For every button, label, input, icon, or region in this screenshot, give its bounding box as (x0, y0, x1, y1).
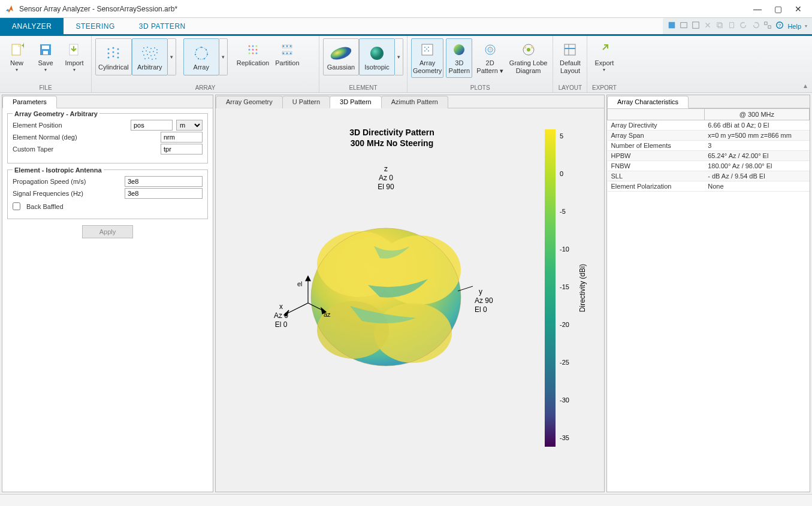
svg-point-17 (113, 47, 114, 49)
cylindrical-icon (102, 43, 124, 63)
3dpat-icon (452, 41, 466, 58)
custom-taper-input[interactable] (161, 144, 203, 154)
table-row: Array Directivity6.66 dBi at 0 Az; 0 El (608, 120, 810, 131)
element-gallery-dropdown[interactable]: ▾ (395, 38, 403, 75)
svg-rect-70 (422, 44, 433, 55)
element-group: Element - Isotropic Antenna Propagation … (7, 169, 208, 219)
app-icon (5, 4, 14, 14)
help-dropdown-icon[interactable]: ▾ (805, 23, 807, 29)
ribbon-collapse-icon[interactable]: ▴ (804, 81, 807, 90)
plot-panel: Array Geometry U Pattern 3D Pattern Azim… (215, 95, 605, 492)
svg-text:az: az (324, 311, 331, 318)
table-row: Number of Elements3 (608, 141, 810, 151)
svg-point-25 (143, 47, 144, 49)
gaussian-element-button[interactable]: Gaussian (323, 38, 359, 75)
svg-point-26 (147, 47, 148, 48)
element-normal-input[interactable] (161, 132, 203, 143)
cylindrical-array-button[interactable]: Cylindrical (95, 38, 132, 75)
svg-point-59 (255, 53, 257, 54)
ribbon-group-export: Export EXPORT (587, 36, 621, 92)
svg-text:-20: -20 (560, 321, 569, 328)
grating-lobe-button[interactable]: Grating LobeDiagram (508, 38, 550, 78)
arbitrary-array-button[interactable]: Arbitrary (132, 38, 168, 75)
svg-point-20 (113, 51, 114, 53)
colorbar (545, 129, 556, 447)
ribbon-toolbar: ✦ New Save Import FILE (0, 36, 812, 93)
qat-redo-icon[interactable] (751, 21, 760, 31)
tab-analyzer[interactable]: ANALYZER (0, 18, 64, 34)
svg-point-42 (155, 58, 156, 59)
svg-text:✦: ✦ (20, 43, 24, 50)
svg-rect-5 (730, 23, 734, 28)
custom-taper-label: Custom Taper (13, 146, 157, 153)
help-icon[interactable]: ? (775, 21, 784, 31)
svg-point-55 (252, 49, 253, 51)
new-button[interactable]: ✦ New (4, 38, 30, 75)
minimize-button[interactable]: — (753, 5, 762, 13)
svg-point-31 (146, 50, 147, 51)
import-button[interactable]: Import (61, 38, 87, 75)
main-tab-strip: ANALYZER STEERING 3D PATTERN ? Help ▾ (0, 18, 812, 36)
close-button[interactable]: ✕ (794, 5, 802, 13)
svg-text:x: x (279, 302, 283, 311)
qat-cut-icon[interactable] (704, 21, 712, 31)
tab-steering[interactable]: STEERING (64, 18, 126, 34)
isotropic-element-button[interactable]: Isotropic (359, 38, 395, 75)
svg-rect-4 (719, 23, 723, 28)
3d-pattern-button[interactable]: 3DPattern (446, 38, 472, 78)
element-position-label: Element Position (13, 122, 127, 129)
svg-point-52 (252, 46, 253, 47)
tab-u-pattern[interactable]: U Pattern (282, 96, 330, 108)
characteristics-tab[interactable]: Array Characteristics (607, 96, 689, 108)
help-link[interactable]: Help (787, 23, 801, 30)
array-sub-dropdown[interactable]: ▾ (219, 38, 228, 75)
new-icon: ✦ (10, 41, 24, 58)
save-button[interactable]: Save (32, 38, 59, 75)
default-layout-button[interactable]: DefaultLayout (557, 38, 583, 78)
array-geometry-button[interactable]: ArrayGeometry (411, 38, 443, 78)
svg-point-76 (454, 44, 464, 55)
element-position-input[interactable] (131, 120, 173, 131)
qat-copy-icon[interactable] (716, 21, 724, 31)
prop-speed-input[interactable] (125, 176, 203, 187)
array-gallery-dropdown[interactable]: ▾ (168, 38, 176, 75)
characteristics-panel: Array Characteristics @ 300 MHz Array Di… (606, 95, 810, 492)
replication-button[interactable]: Replication (235, 38, 271, 70)
svg-point-57 (248, 53, 250, 54)
svg-text:-35: -35 (560, 434, 569, 441)
svg-text:?: ? (778, 23, 781, 28)
signal-freq-input[interactable] (125, 188, 203, 199)
array-icon (191, 43, 212, 63)
colorbar-label: Directivity (dBi) (578, 264, 587, 313)
tab-3dpattern[interactable]: 3D PATTERN (127, 18, 198, 34)
apply-button[interactable]: Apply (82, 225, 134, 238)
tab-3d-pattern[interactable]: 3D Pattern (330, 96, 382, 108)
back-baffled-checkbox[interactable] (13, 202, 20, 210)
svg-point-40 (148, 57, 149, 59)
maximize-button[interactable]: ▢ (774, 5, 782, 13)
svg-point-54 (248, 49, 250, 51)
svg-point-39 (144, 58, 146, 59)
svg-point-60 (283, 46, 285, 47)
export-button[interactable]: Export (591, 38, 617, 75)
qat-btn[interactable] (668, 21, 676, 31)
window-title: Sensor Array Analyzer - SensorArraySessi… (19, 5, 753, 13)
qat-switch-icon[interactable] (763, 21, 772, 31)
qat-btn[interactable] (692, 21, 700, 31)
qat-paste-icon[interactable] (728, 21, 736, 31)
array-button[interactable]: Array (183, 38, 219, 75)
2d-pattern-button[interactable]: 2DPattern ▾ (475, 38, 505, 78)
element-position-unit[interactable]: m (176, 120, 203, 131)
parameters-tab[interactable]: Parameters (2, 96, 57, 108)
qat-btn[interactable] (680, 21, 688, 31)
qat-undo-icon[interactable] (739, 21, 748, 31)
svg-point-71 (424, 47, 425, 48)
tab-azimuth-pattern[interactable]: Azimuth Pattern (381, 96, 448, 108)
svg-point-19 (108, 53, 110, 54)
svg-rect-13 (42, 46, 49, 49)
svg-rect-83 (565, 44, 575, 55)
tab-array-geometry[interactable]: Array Geometry (216, 96, 283, 108)
partition-button[interactable]: Partition (273, 38, 301, 70)
plot-canvas[interactable]: 3D Directivity Pattern 300 MHz No Steeri… (216, 108, 604, 492)
svg-point-72 (428, 47, 429, 48)
